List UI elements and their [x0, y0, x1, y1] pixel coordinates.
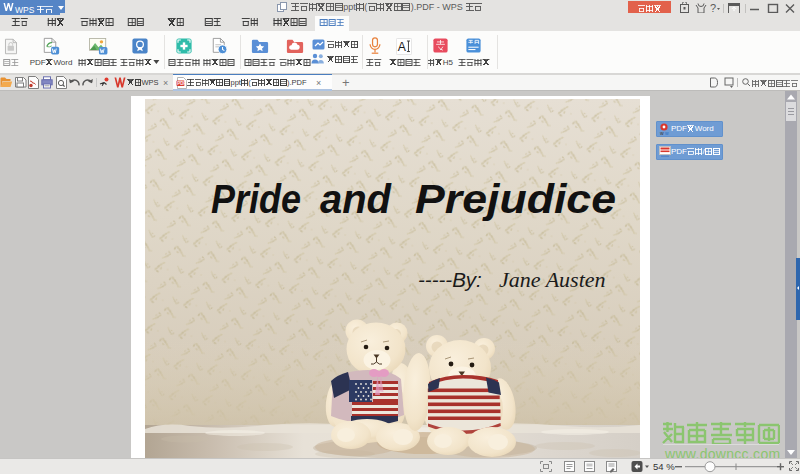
svg-text:and: and: [320, 176, 392, 222]
svg-text:w: w: [665, 130, 669, 136]
svg-text:PDF: PDF: [177, 81, 186, 86]
svg-text:Pride: Pride: [211, 176, 301, 222]
svg-text:w: w: [660, 130, 664, 136]
svg-text:A: A: [398, 40, 407, 54]
svg-text:54 %: 54 %: [653, 461, 675, 472]
svg-text:-----By:: -----By:: [418, 268, 482, 291]
svg-text:Jane Austen: Jane Austen: [499, 267, 606, 292]
svg-text:Prejudice: Prejudice: [415, 176, 616, 222]
